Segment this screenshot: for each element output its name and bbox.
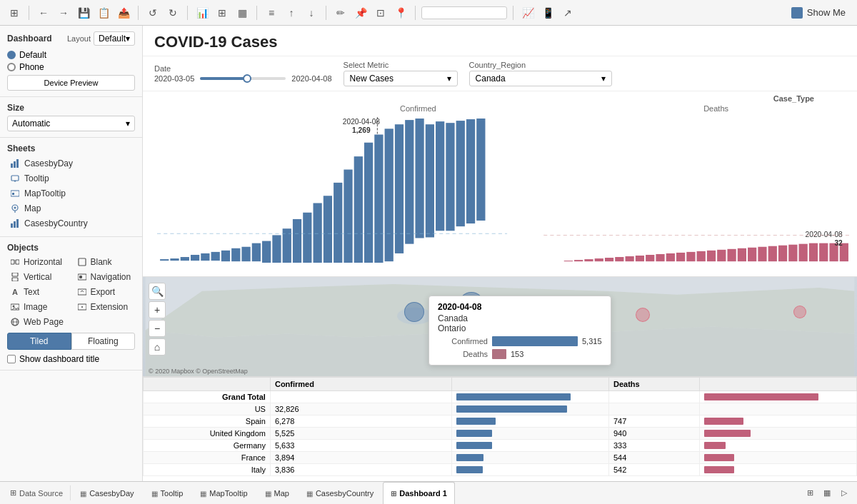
tab-tooltip-label: Tooltip [161,489,184,498]
date-slider[interactable] [200,77,286,80]
country-select[interactable]: Canada ▾ [469,71,612,86]
floating-button[interactable]: Floating [71,333,136,350]
webpage-icon [10,317,20,327]
tab-icons-right: ⊞ ▦ ▷ [803,486,854,500]
objects-section: Objects Horizontal Blank [0,237,142,371]
sort-desc-button[interactable]: ↓ [303,4,320,21]
save-as-button[interactable]: 📋 [95,4,112,21]
obj-blank[interactable]: Blank [74,256,136,268]
obj-export[interactable]: Export [74,286,136,298]
tab-tooltip[interactable]: ▦ Tooltip [144,482,191,504]
data-source-button[interactable]: 📊 [194,4,211,21]
worksheet-button[interactable]: ⊞ [214,4,231,21]
cell-deaths-bar [700,440,857,452]
svg-rect-87 [819,243,828,262]
new-story-icon[interactable]: ▷ [837,486,851,500]
pin-button[interactable]: 📍 [392,4,409,21]
layout-radio-group: Default Phone [7,50,135,72]
publish-button[interactable]: 📤 [115,4,132,21]
obj-navigation[interactable]: Navigation [74,271,136,283]
layout-dropdown[interactable]: Default ▾ [94,31,135,46]
device-button[interactable]: 📱 [539,4,556,21]
col-confirmed[interactable]: Confirmed [270,378,451,391]
tab-map[interactable]: ▦ Map [257,482,297,504]
sheet-item-tooltip[interactable]: Tooltip [7,171,135,186]
show-title-checkbox[interactable] [7,355,16,363]
back-button[interactable]: ← [35,4,52,21]
sheet-item-casesbyDay[interactable]: CasesbyDay [7,156,135,171]
obj-extension[interactable]: Extension [74,301,136,313]
size-dropdown[interactable]: Automatic ▾ [7,116,135,131]
svg-rect-30 [211,252,220,261]
annotate-button[interactable]: 📌 [352,4,369,21]
cell-country: United Kingdom [144,428,271,440]
sort-asc-button[interactable]: ↑ [283,4,300,21]
dashboard-button[interactable]: ▦ [234,4,251,21]
cell-confirmed-bar [452,428,609,440]
svg-rect-77 [717,250,726,261]
map-zoom-out-button[interactable]: − [149,320,166,337]
toolbar: ⊞ ← → 💾 📋 📤 ↺ ↻ 📊 ⊞ ▦ ≡ ↑ ↓ ✏ 📌 ⊡ 📍 📈 📱 … [0,0,857,26]
obj-text[interactable]: A Text [7,286,69,298]
tooltip-confirmed-bar [492,336,578,346]
svg-rect-8 [11,223,13,228]
device-preview-button[interactable]: Device Preview [7,75,135,91]
map-search-button[interactable]: 🔍 [149,283,166,300]
tab-maptooltip[interactable]: ▦ MapTooltip [192,482,255,504]
chart-type-button[interactable]: 📈 [519,4,536,21]
cell-confirmed-val [270,391,451,403]
datasource-tab[interactable]: ⊞ Data Source [3,485,71,500]
save-button[interactable]: 💾 [75,4,92,21]
layout-chevron-icon: ▾ [126,34,130,44]
col-deaths-bar [700,378,857,391]
forward-button[interactable]: → [55,4,72,21]
cell-deaths-bar [700,415,857,428]
tab-casesbyDay[interactable]: ▦ CasesbyDay [72,482,141,504]
metric-select[interactable]: New Cases ▾ [344,71,458,86]
cell-confirmed-bar [452,452,609,464]
tooltip-country: Canada [438,313,602,323]
sheet-item-maptooltip[interactable]: MapTooltip [7,186,135,201]
map-zoom-in-button[interactable]: + [149,301,166,318]
obj-horizontal[interactable]: Horizontal [7,256,69,268]
sheet-item-map[interactable]: Map [7,201,135,216]
obj-image[interactable]: Image [7,301,69,313]
cell-deaths-val [609,403,700,415]
svg-rect-32 [231,248,240,261]
radio-default[interactable]: Default [7,50,135,60]
col-deaths[interactable]: Deaths [609,378,700,391]
undo-button[interactable]: ↺ [144,4,161,21]
cell-deaths-val: 542 [609,464,700,476]
svg-text:32: 32 [834,239,843,247]
radio-phone[interactable]: Phone [7,62,135,72]
share-button[interactable]: ↗ [559,4,576,21]
map-home-button[interactable]: ⌂ [149,338,166,356]
obj-vertical[interactable]: Vertical [7,271,69,283]
svg-rect-34 [252,243,261,262]
menu-icon[interactable]: ⊞ [6,4,23,21]
obj-webpage[interactable]: Web Page [7,316,69,328]
new-dashboard-icon[interactable]: ▦ [820,486,834,500]
svg-rect-51 [426,124,434,237]
marks-button[interactable]: ✏ [332,4,349,21]
filter-button[interactable]: ≡ [263,4,280,21]
svg-rect-84 [788,245,797,261]
sheet-item-casesbycountry[interactable]: CasesbyCountry [7,216,135,231]
svg-rect-12 [16,260,19,264]
dashboard-title: COVID-19 Cases [154,33,846,51]
show-me-button[interactable]: Show Me [786,4,851,21]
new-sheet-icon[interactable]: ⊞ [803,486,817,500]
tab-casesbyDay-icon: ▦ [80,490,86,498]
cell-country: Italy [144,464,271,476]
table-scroll[interactable]: Confirmed Deaths Grand Total [143,377,857,481]
tab-casesbyDay-label: CasesbyDay [89,489,134,498]
svg-rect-65 [595,258,603,261]
svg-point-7 [14,207,16,209]
viz-type-dropdown[interactable] [421,6,507,19]
size-button[interactable]: ⊡ [372,4,389,21]
tiled-button[interactable]: Tiled [7,333,71,350]
redo-button[interactable]: ↻ [164,4,181,21]
tab-casesbycountry[interactable]: ▦ CasesbyCountry [299,482,381,504]
slider-thumb[interactable] [243,74,251,83]
tab-dashboard1[interactable]: ⊞ Dashboard 1 [383,482,455,504]
